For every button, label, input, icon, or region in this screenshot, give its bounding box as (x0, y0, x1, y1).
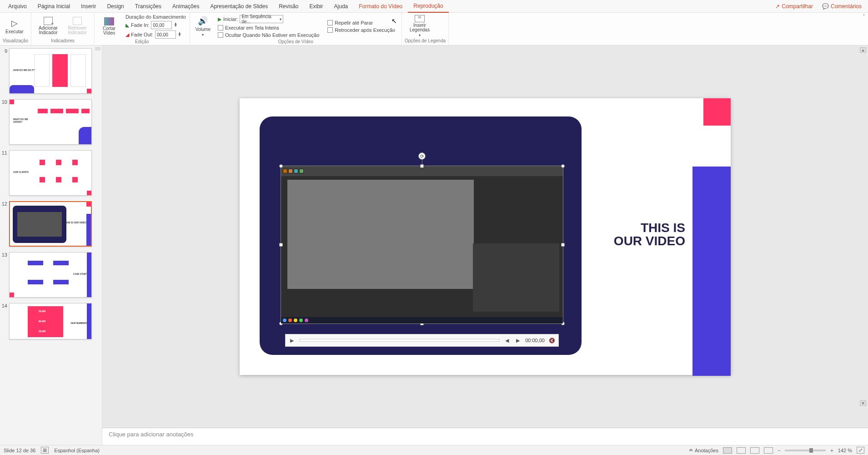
hide-not-playing-label: Ocultar Quando Não Estiver em Execução (225, 32, 319, 38)
share-button[interactable]: ↗Compartilhar (772, 1, 817, 11)
fit-window-button[interactable]: ⤢ (857, 447, 864, 454)
fade-out-input[interactable]: 00,00 (155, 30, 176, 39)
video-content-taskbar (281, 317, 563, 324)
resize-handle-e[interactable] (561, 243, 565, 247)
share-icon: ↗ (775, 3, 780, 10)
fade-duration-label: Duração do Esmaecimento (125, 14, 187, 20)
video-step-back-button[interactable]: ◀ (503, 337, 511, 344)
group-label-editing: Edição (97, 39, 187, 45)
scroll-up-icon[interactable]: ▲ (860, 47, 866, 53)
zoom-out-button[interactable]: − (778, 448, 780, 453)
ribbon-group-preview: ▷ Executar Visualização (0, 13, 31, 45)
chevron-down-icon: ▾ (419, 33, 421, 37)
video-object[interactable]: ⟳ (281, 166, 563, 324)
zoom-in-button[interactable]: + (830, 448, 833, 453)
captions-icon: cc (415, 15, 425, 22)
accessibility-icon[interactable]: ⊞ (41, 447, 49, 454)
video-mute-button[interactable]: 🔇 (548, 337, 556, 344)
collapse-ribbon-button[interactable]: ˄ (860, 13, 868, 45)
remove-bookmark-button: Remover Indicador (63, 16, 91, 36)
hide-not-playing-checkbox[interactable] (218, 32, 223, 38)
play-preview-button[interactable]: ▷ Executar (3, 17, 26, 35)
resize-handle-n[interactable] (420, 164, 424, 168)
notes-toggle[interactable]: ≐Anotações (689, 447, 718, 453)
notes-placeholder: Clique para adicionar anotações (109, 431, 193, 438)
menu-arquivo[interactable]: Arquivo (3, 0, 32, 12)
add-bookmark-button[interactable]: + Adicionar Indicador (34, 16, 62, 36)
menu-formato-video[interactable]: Formato do Vídeo (353, 0, 408, 12)
resize-handle-ne[interactable] (561, 164, 565, 168)
slide-stage[interactable]: ⟳ (102, 46, 868, 428)
volume-button[interactable]: 🔊 Volume ▾ (193, 15, 213, 38)
zoom-slider-knob[interactable] (809, 448, 813, 453)
fade-out-icon: ◢ (125, 32, 129, 38)
language-indicator[interactable]: Espanhol (Espanha) (54, 448, 100, 453)
menu-ajuda[interactable]: Ajuda (329, 0, 354, 12)
menu-design[interactable]: Design (101, 0, 129, 12)
reading-view-button[interactable] (750, 447, 759, 454)
menu-transicoes[interactable]: Transições (130, 0, 167, 12)
menu-inicio[interactable]: Página Inicial (32, 0, 75, 12)
resize-handle-nw[interactable] (279, 164, 283, 168)
slideshow-view-button[interactable] (764, 447, 773, 454)
fade-out-label: Fade Out: (131, 32, 153, 37)
stage-vertical-scrollbar[interactable]: ▲ ▼ (860, 47, 867, 407)
zoom-slider[interactable] (785, 450, 826, 451)
rotate-handle[interactable]: ⟳ (418, 152, 426, 160)
group-label-bookmarks: Indicadores (34, 38, 91, 44)
scroll-down-icon[interactable]: ▼ (860, 400, 866, 406)
menu-inserir[interactable]: Inserir (75, 0, 101, 12)
start-label: Iniciar: (223, 16, 238, 22)
sorter-view-button[interactable] (737, 447, 746, 454)
group-label-video-options: Opções de Vídeo (193, 39, 399, 45)
comment-icon: 💬 (822, 3, 829, 10)
accent-shape-pink (703, 98, 731, 126)
ribbon-group-bookmarks: + Adicionar Indicador Remover Indicador … (31, 13, 95, 45)
rewind-label: Retroceder após Execução (335, 27, 395, 33)
rewind-checkbox[interactable] (327, 27, 333, 33)
spinner-icon[interactable]: ▲▼ (174, 23, 177, 27)
menu-apresentacao[interactable]: Apresentação de Slides (205, 0, 273, 12)
fullscreen-checkbox[interactable] (218, 25, 223, 30)
slide-canvas-area: ⟳ (102, 46, 868, 445)
notes-pane[interactable]: Clique para adicionar anotações (102, 428, 868, 445)
fade-in-label: Fade In: (131, 22, 149, 28)
play-icon: ▷ (11, 18, 18, 28)
ribbon-group-editing: Cortar Vídeo Duração do Esmaecimento ◣ F… (95, 13, 190, 45)
spinner-icon[interactable]: ▲▼ (178, 32, 181, 37)
slide-counter[interactable]: Slide 12 de 36 (4, 448, 35, 453)
menu-animacoes[interactable]: Animações (167, 0, 205, 12)
resize-handle-w[interactable] (279, 243, 283, 247)
fullscreen-label: Executar em Tela Inteira (225, 25, 279, 30)
video-seek-track[interactable] (299, 339, 500, 342)
ribbon-group-video-options: 🔊 Volume ▾ ▶ Iniciar: Em Sequência de...… (190, 13, 402, 45)
bookmark-add-icon: + (44, 17, 53, 25)
trim-video-button[interactable]: Cortar Vídeo (97, 16, 121, 36)
loop-checkbox[interactable] (327, 20, 333, 25)
group-label-preview: Visualização (3, 38, 28, 44)
main-area: 9 HOW DO WE DO IT? 10 WHAT DO WE OFFER? (0, 46, 868, 445)
slide-thumb-14[interactable]: 14 50,000 80,000 20,000 OUR NUMBERS (0, 300, 102, 342)
normal-view-button[interactable] (723, 447, 732, 454)
menu-reproducao[interactable]: Reprodução (408, 0, 448, 13)
start-combo[interactable]: Em Sequência de...▾ (240, 15, 283, 23)
slide-thumbnail-panel[interactable]: 9 HOW DO WE DO IT? 10 WHAT DO WE OFFER? (0, 46, 102, 445)
video-step-fwd-button[interactable]: ▶ (514, 337, 522, 344)
zoom-level[interactable]: 142 % (838, 448, 852, 453)
video-play-button[interactable]: ▶ (288, 337, 296, 344)
menu-exibir[interactable]: Exibir (304, 0, 329, 12)
video-content-panel (473, 243, 559, 312)
slide-thumb-11[interactable]: 11 OUR CLIENTS (0, 147, 102, 198)
comments-button[interactable]: 💬Comentários (818, 1, 865, 11)
notes-icon: ≐ (689, 447, 693, 453)
loop-label: Repetir até Parar (335, 20, 373, 25)
insert-captions-button[interactable]: cc Inserir Legendas ▾ (405, 14, 435, 38)
slide-thumb-9[interactable]: 9 HOW DO WE DO IT? (0, 46, 102, 96)
slide-thumb-12[interactable]: 12 THIS IS OUR VIDEO (0, 198, 102, 249)
thumb-scroll-up[interactable] (95, 47, 100, 51)
slide-title-text[interactable]: THIS IS OUR VIDEO (614, 221, 685, 248)
slide-thumb-10[interactable]: 10 WHAT DO WE OFFER? (0, 96, 102, 147)
slide-thumb-13[interactable]: 13 CASE STUDY (0, 249, 102, 300)
fade-in-input[interactable]: 00,00 (151, 21, 172, 29)
menu-revisao[interactable]: Revisão (273, 0, 304, 12)
